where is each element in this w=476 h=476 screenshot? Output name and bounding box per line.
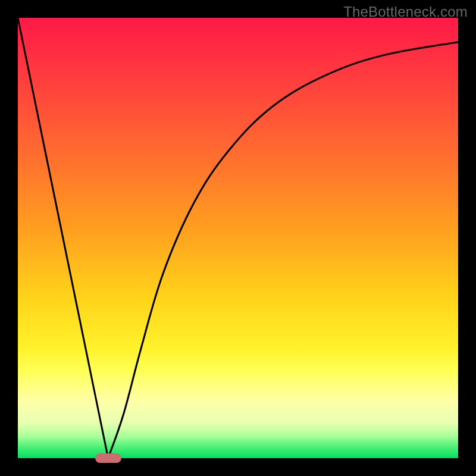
watermark-text: TheBottleneck.com bbox=[343, 4, 468, 20]
chart-frame: TheBottleneck.com bbox=[0, 0, 476, 476]
plot-area bbox=[18, 18, 458, 458]
bottleneck-curve bbox=[18, 18, 458, 458]
curve-layer bbox=[18, 18, 458, 458]
optimum-marker bbox=[95, 453, 121, 463]
